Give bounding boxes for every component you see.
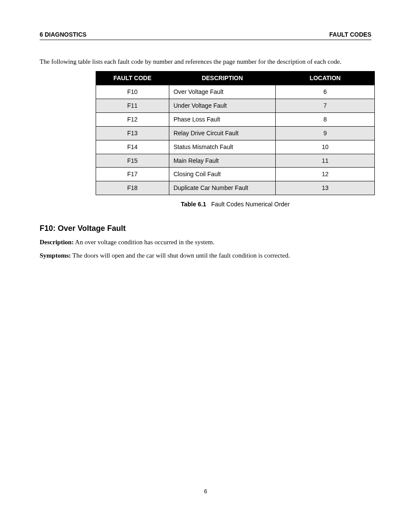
cell-description: Status Mismatch Fault	[169, 140, 276, 154]
desc-label: Description:	[40, 239, 74, 246]
table-row: F17Closing Coil Fault12	[96, 168, 375, 181]
table-row: F18Duplicate Car Number Fault13	[96, 181, 375, 195]
cell-description: Main Relay Fault	[169, 154, 276, 168]
cell-location: 9	[276, 126, 375, 140]
table-row: F10Over Voltage Fault6	[96, 85, 375, 99]
table-row: F12Phase Loss Fault8	[96, 112, 375, 126]
page-header: 6 DIAGNOSTICS FAULT CODES	[40, 31, 371, 40]
table-row: F15Main Relay Fault11	[96, 154, 375, 168]
cell-description: Closing Coil Fault	[169, 168, 276, 181]
cell-fault-code: F11	[96, 99, 169, 113]
cell-fault-code: F14	[96, 140, 169, 154]
desc-text: An over voltage condition has occurred i…	[74, 239, 215, 246]
col-header-loc: LOCATION	[276, 72, 375, 85]
cell-description: Duplicate Car Number Fault	[169, 181, 276, 195]
table-header-row: FAULT CODE DESCRIPTION LOCATION	[96, 72, 375, 85]
header-right: FAULT CODES	[329, 31, 371, 38]
cell-description: Relay Drive Circuit Fault	[169, 126, 276, 140]
fault-description: Description: An over voltage condition h…	[40, 238, 371, 246]
cell-fault-code: F15	[96, 154, 169, 168]
fault-symptoms: Symptoms: The doors will open and the ca…	[40, 251, 371, 260]
cell-location: 11	[276, 154, 375, 168]
intro-paragraph: The following table lists each fault cod…	[40, 57, 371, 66]
header-left: 6 DIAGNOSTICS	[40, 31, 87, 38]
caption-label: Table 6.1	[181, 201, 206, 208]
symp-label: Symptoms:	[40, 252, 71, 259]
cell-location: 6	[276, 85, 375, 99]
cell-description: Over Voltage Fault	[169, 85, 276, 99]
page-number: 6	[40, 488, 371, 495]
cell-location: 12	[276, 168, 375, 181]
col-header-code: FAULT CODE	[96, 72, 169, 85]
cell-fault-code: F18	[96, 181, 169, 195]
table-row: F11Under Voltage Fault7	[96, 99, 375, 113]
col-header-desc: DESCRIPTION	[169, 72, 276, 85]
cell-location: 13	[276, 181, 375, 195]
table-caption: Table 6.1 Fault Codes Numerical Order	[96, 200, 375, 208]
cell-fault-code: F12	[96, 112, 169, 126]
cell-fault-code: F17	[96, 168, 169, 181]
cell-location: 8	[276, 112, 375, 126]
fault-codes-table: FAULT CODE DESCRIPTION LOCATION F10Over …	[96, 71, 375, 195]
caption-text: Fault Codes Numerical Order	[211, 201, 290, 208]
cell-description: Under Voltage Fault	[169, 99, 276, 113]
fault-section-heading: F10: Over Voltage Fault	[40, 223, 371, 233]
cell-fault-code: F10	[96, 85, 169, 99]
symp-text: The doors will open and the car will shu…	[71, 252, 290, 259]
table-row: F13Relay Drive Circuit Fault9	[96, 126, 375, 140]
cell-location: 7	[276, 99, 375, 113]
cell-fault-code: F13	[96, 126, 169, 140]
table-row: F14Status Mismatch Fault10	[96, 140, 375, 154]
cell-description: Phase Loss Fault	[169, 112, 276, 126]
cell-location: 10	[276, 140, 375, 154]
